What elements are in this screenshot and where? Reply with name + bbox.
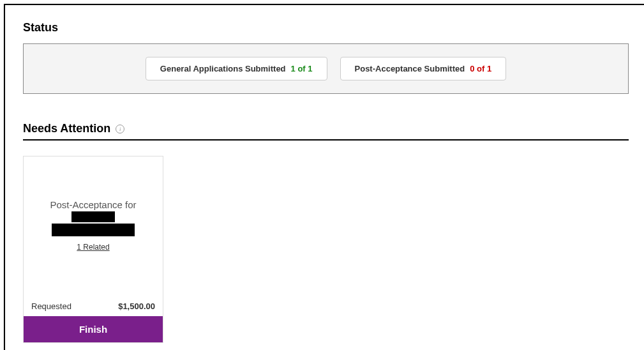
related-link[interactable]: 1 Related — [77, 243, 109, 252]
status-pill-count: 0 of 1 — [470, 64, 491, 73]
status-pill-post-acceptance[interactable]: Post-Acceptance Submitted 0 of 1 — [340, 57, 507, 80]
status-pill-label: Post-Acceptance Submitted — [355, 64, 465, 73]
attention-card: Post-Acceptance for 1 Related Requested … — [23, 156, 163, 343]
card-footer: Requested $1,500.00 — [24, 295, 163, 316]
finish-button[interactable]: Finish — [24, 316, 163, 342]
card-title-prefix: Post-Acceptance for — [50, 198, 136, 211]
status-pill-general-applications[interactable]: General Applications Submitted 1 of 1 — [146, 57, 327, 80]
needs-attention-heading: Needs Attention — [23, 122, 110, 135]
page-container: Status General Applications Submitted 1 … — [4, 4, 644, 350]
requested-amount: $1,500.00 — [118, 301, 155, 311]
redacted-text — [52, 224, 135, 236]
redacted-text — [71, 211, 115, 222]
needs-attention-header: Needs Attention i — [23, 122, 629, 141]
info-icon[interactable]: i — [116, 125, 124, 133]
card-title: Post-Acceptance for — [31, 198, 155, 236]
card-body: Post-Acceptance for 1 Related — [24, 156, 163, 260]
status-heading: Status — [23, 21, 629, 34]
status-summary-box: General Applications Submitted 1 of 1 Po… — [23, 43, 629, 94]
status-pill-label: General Applications Submitted — [160, 64, 286, 73]
requested-label: Requested — [31, 301, 71, 311]
status-pill-count: 1 of 1 — [291, 64, 313, 73]
